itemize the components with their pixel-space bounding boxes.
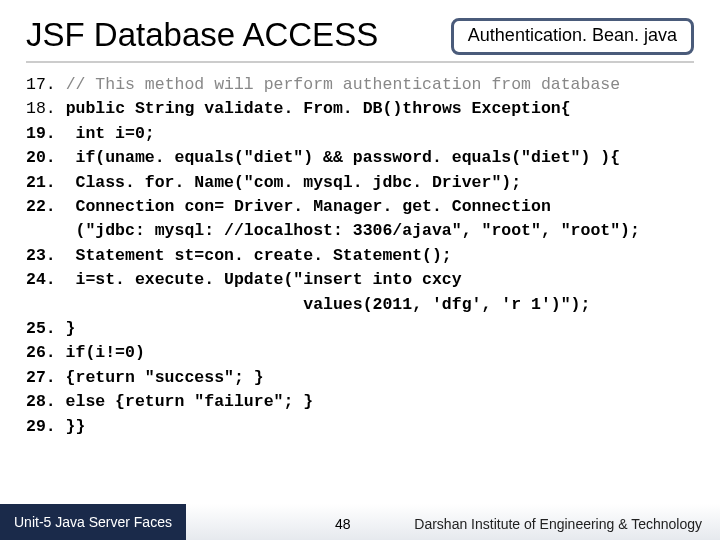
line-19: 19. int i=0; xyxy=(26,124,155,143)
page-number: 48 xyxy=(335,516,351,532)
line-26: 26. if(i!=0) xyxy=(26,343,145,362)
line-28: 28. else {return "failure"; } xyxy=(26,392,313,411)
line-24d: ); xyxy=(571,295,591,314)
line-29: 29. }} xyxy=(26,417,85,436)
line-27: 27. {return "success"; } xyxy=(26,368,264,387)
line-21: 21. Class. for. Name("com. mysql. jdbc. … xyxy=(26,173,521,192)
line-24a: 24. i=st. execute. Update( xyxy=(26,270,293,289)
line-17-comment: // This method will perform authenticati… xyxy=(66,75,621,94)
slide-title: JSF Database ACCESS xyxy=(26,18,378,53)
line-17-num: 17. xyxy=(26,75,56,94)
line-22b: ("jdbc: mysql: //localhost: 3306/ajava",… xyxy=(26,221,640,240)
line-24c: values(2011, 'dfg', 'r 1')" xyxy=(26,295,571,314)
slide: JSF Database ACCESS Authentication. Bean… xyxy=(0,0,720,540)
line-18-code: public String validate. From. DB()throws… xyxy=(66,99,571,118)
line-20: 20. if(uname. equals("diet") && password… xyxy=(26,148,620,167)
code-block: 17. // This method will perform authenti… xyxy=(26,73,694,439)
footer-unit: Unit-5 Java Server Faces xyxy=(0,504,186,540)
line-25: 25. } xyxy=(26,319,76,338)
slide-header: JSF Database ACCESS Authentication. Bean… xyxy=(26,18,694,63)
line-24b: "insert into cxcy xyxy=(293,270,461,289)
line-23: 23. Statement st=con. create. Statement(… xyxy=(26,246,452,265)
line-22a: 22. Connection con= Driver. Manager. get… xyxy=(26,197,551,216)
footer-institute: Darshan Institute of Engineering & Techn… xyxy=(414,516,702,532)
filename-box: Authentication. Bean. java xyxy=(451,18,694,55)
line-18-num: 18. xyxy=(26,99,56,118)
